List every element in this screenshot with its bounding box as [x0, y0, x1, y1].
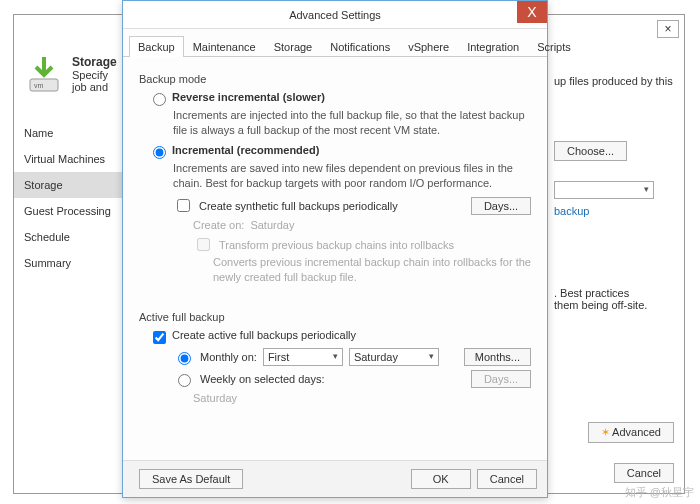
create-on-label: Create on:: [193, 219, 244, 231]
dialog-content: Backup mode Reverse incremental (slower)…: [123, 57, 547, 461]
weekly-value: Saturday: [193, 392, 237, 404]
offsite-text: them being off-site.: [554, 299, 694, 311]
svg-text:vm: vm: [34, 82, 44, 89]
create-on-value: Saturday: [250, 219, 294, 231]
right-text-top: up files produced by this: [554, 75, 694, 87]
choose-button[interactable]: Choose...: [554, 141, 627, 161]
tab-scripts[interactable]: Scripts: [528, 36, 580, 57]
repo-select[interactable]: [554, 181, 654, 199]
save-default-button[interactable]: Save As Default: [139, 469, 243, 489]
tab-storage[interactable]: Storage: [265, 36, 322, 57]
ok-button[interactable]: OK: [411, 469, 471, 489]
cancel-button[interactable]: Cancel: [477, 469, 537, 489]
close-button[interactable]: X: [517, 1, 547, 23]
active-full-checkbox[interactable]: [153, 331, 166, 344]
wizard-right-panel: up files produced by this Choose... back…: [554, 75, 694, 311]
best-practices-text: . Best practices: [554, 287, 694, 299]
wizard-cancel-button[interactable]: Cancel: [614, 463, 674, 483]
active-full-label: Active full backup: [139, 311, 531, 323]
tab-maintenance[interactable]: Maintenance: [184, 36, 265, 57]
reverse-title: Reverse incremental (slower): [172, 91, 325, 103]
backup-mode-label: Backup mode: [139, 73, 531, 85]
synthetic-checkbox[interactable]: [177, 199, 190, 212]
backup-link[interactable]: backup: [554, 205, 589, 217]
tab-integration[interactable]: Integration: [458, 36, 528, 57]
reverse-radio[interactable]: [153, 93, 166, 106]
advanced-button[interactable]: ✶Advanced: [588, 422, 674, 443]
weekly-label: Weekly on selected days:: [200, 373, 325, 385]
transform-desc: Converts previous incremental backup cha…: [213, 255, 531, 285]
monthly-day-select[interactable]: Saturday: [349, 348, 439, 366]
active-full-enable-label: Create active full backups periodically: [172, 329, 356, 341]
monthly-radio[interactable]: [178, 352, 191, 365]
watermark: 知乎 @秋星宇: [625, 485, 694, 500]
incremental-desc: Increments are saved into new files depe…: [173, 161, 531, 191]
transform-checkbox: [197, 238, 210, 251]
tab-notifications[interactable]: Notifications: [321, 36, 399, 57]
incremental-title: Incremental (recommended): [172, 144, 319, 156]
months-button[interactable]: Months...: [464, 348, 531, 366]
dialog-title: Advanced Settings: [289, 9, 381, 21]
reverse-desc: Increments are injected into the full ba…: [173, 108, 531, 138]
reverse-radio-row: Reverse incremental (slower): [153, 91, 531, 106]
monthly-ordinal-select[interactable]: First: [263, 348, 343, 366]
wizard-desc: Specify: [72, 69, 117, 81]
transform-label: Transform previous backup chains into ro…: [219, 239, 454, 251]
monthly-label: Monthly on:: [200, 351, 257, 363]
wizard-title: Storage: [72, 55, 117, 69]
weekly-radio[interactable]: [178, 374, 191, 387]
incremental-radio-row: Incremental (recommended): [153, 144, 531, 159]
synthetic-label: Create synthetic full backups periodical…: [199, 200, 398, 212]
gear-icon: ✶: [601, 426, 610, 438]
weekly-days-button: Days...: [471, 370, 531, 388]
tab-vsphere[interactable]: vSphere: [399, 36, 458, 57]
advanced-settings-dialog: Advanced Settings X Backup Maintenance S…: [122, 0, 548, 498]
tab-backup[interactable]: Backup: [129, 36, 184, 57]
dialog-button-bar: Save As Default OK Cancel: [123, 460, 547, 497]
wizard-header: vm Storage Specify job and: [24, 55, 117, 95]
tabstrip: Backup Maintenance Storage Notifications…: [123, 29, 547, 57]
wizard-close-button[interactable]: ×: [657, 20, 679, 38]
incremental-radio[interactable]: [153, 146, 166, 159]
wizard-desc2: job and: [72, 81, 117, 93]
dialog-titlebar: Advanced Settings X: [123, 1, 547, 29]
storage-icon: vm: [24, 55, 64, 95]
synthetic-days-button[interactable]: Days...: [471, 197, 531, 215]
